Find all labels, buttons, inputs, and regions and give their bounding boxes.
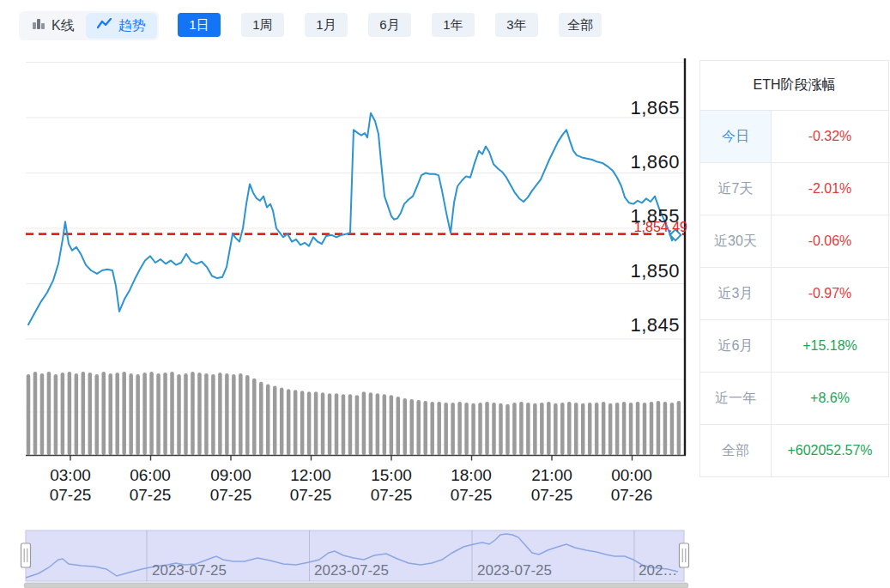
volume-bar [416,400,421,455]
volume-bar [410,399,415,455]
volume-bar [595,403,599,455]
volume-bar [129,373,133,455]
volume-bar [519,402,524,455]
volume-bar [245,375,250,455]
volume-bar [142,373,147,455]
volume-bar [430,402,434,455]
volume-bar [506,404,510,455]
volume-bar [650,402,654,455]
volume-bar [54,374,58,455]
volume-bar [581,403,585,455]
x-axis-label: 18:0007-25 [432,465,511,505]
volume-bar [27,374,31,455]
volume-bar [512,403,517,455]
volume-bar [314,391,318,455]
volume-bar [108,373,112,455]
horizontal-scrollbar[interactable] [24,583,688,588]
volume-bar [149,372,154,455]
volume-bar [376,393,380,455]
volume-bar [218,373,222,455]
price-chart-plot[interactable] [0,47,695,515]
x-axis-label: 00:0007-26 [592,465,671,505]
volume-bar [61,373,65,455]
range-button-6m[interactable]: 6月 [368,13,411,37]
volume-bar [629,403,633,455]
volume-bar [239,373,243,455]
panel-row-3m: 近3月 -0.97% [700,268,888,320]
volume-bar [670,403,675,455]
volume-bar [266,385,270,455]
volume-bar [348,394,353,455]
volume-bar [547,402,551,455]
volume-bar [342,394,346,455]
volume-bar [95,374,100,455]
volume-bar [68,372,72,455]
volume-bar [478,403,482,455]
volume-bar [636,402,640,455]
volume-bars [27,372,681,455]
volume-bar [677,401,681,455]
range-button-1d[interactable]: 1日 [178,13,221,37]
volume-bar [615,403,620,455]
volume-bar [287,389,291,455]
volume-bar [75,373,79,455]
volume-bar [177,374,181,455]
volume-bar [526,403,530,455]
panel-row-30d: 近30天 -0.06% [700,215,888,268]
volume-bar [225,373,229,455]
volume-bar [540,403,544,455]
navigator-handle-right[interactable] [680,543,689,567]
panel-row-all: 全部 +602052.57% [700,425,888,476]
price-line [28,113,675,324]
tab-kline[interactable]: K线 [21,13,86,39]
volume-bar [499,403,503,455]
panel-row-6m: 近6月 +15.18% [700,320,888,373]
volume-bar [300,391,305,455]
volume-bar [115,373,119,455]
volume-bar [602,402,606,455]
volume-bar [122,372,126,455]
volume-bar [163,373,167,455]
tab-trend-label: 趋势 [118,17,146,35]
range-button-1y[interactable]: 1年 [432,13,475,37]
y-axis-label: 1,850 [630,262,680,281]
panel-title: ETH阶段涨幅 [700,61,888,111]
volume-bar [369,392,373,455]
volume-bar [390,395,394,455]
volume-bar [294,390,298,455]
navigator-date-label: 2023-07-25 [314,562,389,579]
volume-bar [464,403,469,455]
navigator-handle-left[interactable] [21,543,31,567]
volume-bar [88,373,93,455]
volume-bar [335,393,339,455]
range-button-all[interactable]: 全部 [559,13,602,37]
volume-bar [82,372,86,455]
panel-row-1y: 近一年 +8.6% [700,373,888,425]
volume-bar [457,402,462,455]
volume-bar [102,372,106,455]
range-button-1m[interactable]: 1月 [305,13,348,37]
tab-trend[interactable]: 趋势 [86,13,157,39]
x-axis-label: 09:0007-25 [191,465,270,505]
volume-bar [492,403,496,455]
volume-bar [47,372,51,455]
volume-bar [204,373,209,455]
range-button-3y[interactable]: 3年 [495,13,538,37]
volume-bar [273,385,277,455]
volume-bar [608,403,613,455]
volume-bar [444,403,448,455]
volume-bar [191,372,195,455]
volume-bar [355,395,360,455]
volume-bar [560,403,565,455]
range-button-1w[interactable]: 1周 [241,13,284,37]
volume-bar [362,391,366,455]
volume-bar [321,392,325,455]
navigator-date-label: 2023-07-25 [152,562,227,579]
volume-bar [259,382,263,455]
panel-row-today: 今日 -0.32% [700,111,888,163]
volume-bar [307,391,312,455]
x-axis-label: 15:0007-25 [352,465,431,505]
volume-bar [451,403,455,455]
volume-bar [643,403,647,455]
volume-bar [383,394,387,455]
